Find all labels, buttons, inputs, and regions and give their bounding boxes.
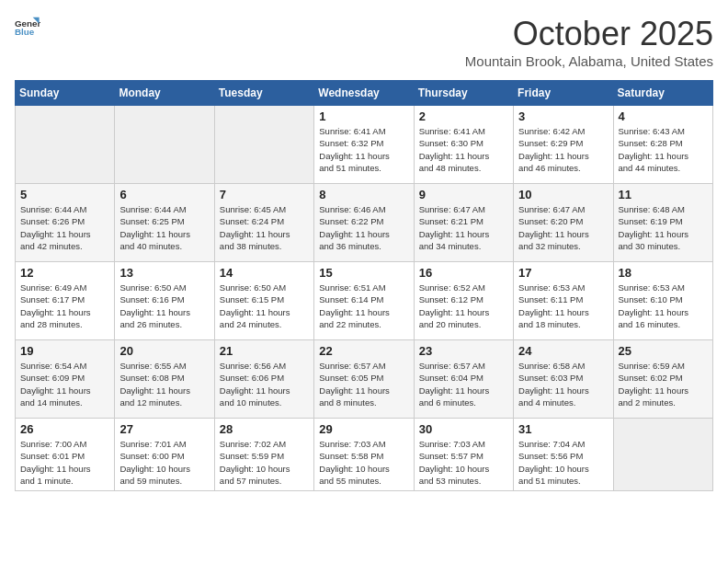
calendar-cell: 4Sunrise: 6:43 AM Sunset: 6:28 PM Daylig… [613,106,712,184]
calendar-cell: 8Sunrise: 6:46 AM Sunset: 6:22 PM Daylig… [314,184,414,262]
day-info: Sunrise: 6:45 AM Sunset: 6:24 PM Dayligh… [220,203,309,252]
day-info: Sunrise: 6:50 AM Sunset: 6:16 PM Dayligh… [119,282,209,330]
weekday-header-wednesday: Wednesday [314,81,414,106]
day-info: Sunrise: 6:52 AM Sunset: 6:12 PM Dayligh… [419,282,508,330]
day-number: 22 [319,344,408,358]
calendar-week-row-2: 5Sunrise: 6:44 AM Sunset: 6:26 PM Daylig… [16,184,713,262]
day-info: Sunrise: 6:57 AM Sunset: 6:05 PM Dayligh… [319,360,408,408]
calendar-cell: 30Sunrise: 7:03 AM Sunset: 5:57 PM Dayli… [414,419,513,491]
day-info: Sunrise: 6:57 AM Sunset: 6:04 PM Dayligh… [419,360,508,408]
day-number: 31 [518,422,608,436]
page-header: General Blue October 2025 Mountain Brook… [15,15,713,69]
day-info: Sunrise: 6:53 AM Sunset: 6:11 PM Dayligh… [518,282,608,330]
day-number: 8 [319,188,408,201]
day-number: 12 [20,266,109,280]
day-info: Sunrise: 6:42 AM Sunset: 6:29 PM Dayligh… [518,125,608,174]
calendar-cell: 18Sunrise: 6:53 AM Sunset: 6:10 PM Dayli… [613,262,712,340]
calendar-cell: 11Sunrise: 6:48 AM Sunset: 6:19 PM Dayli… [613,184,712,262]
calendar-cell [214,106,313,184]
calendar-cell: 28Sunrise: 7:02 AM Sunset: 5:59 PM Dayli… [214,419,313,491]
calendar-week-row-3: 12Sunrise: 6:49 AM Sunset: 6:17 PM Dayli… [16,262,713,340]
calendar-cell: 22Sunrise: 6:57 AM Sunset: 6:05 PM Dayli… [314,340,414,419]
calendar-week-row-4: 19Sunrise: 6:54 AM Sunset: 6:09 PM Dayli… [16,340,713,419]
weekday-header-friday: Friday [514,81,613,106]
calendar-cell: 6Sunrise: 6:44 AM Sunset: 6:25 PM Daylig… [115,184,214,262]
calendar-cell: 23Sunrise: 6:57 AM Sunset: 6:04 PM Dayli… [414,340,513,419]
calendar-table: SundayMondayTuesdayWednesdayThursdayFrid… [15,80,713,491]
logo: General Blue [15,15,40,40]
day-info: Sunrise: 7:01 AM Sunset: 6:00 PM Dayligh… [119,438,209,487]
svg-text:Blue: Blue [15,27,35,37]
day-number: 18 [619,266,708,280]
calendar-cell: 2Sunrise: 6:41 AM Sunset: 6:30 PM Daylig… [414,106,513,184]
calendar-cell: 5Sunrise: 6:44 AM Sunset: 6:26 PM Daylig… [16,184,115,262]
day-info: Sunrise: 7:03 AM Sunset: 5:57 PM Dayligh… [419,438,508,487]
day-info: Sunrise: 6:44 AM Sunset: 6:25 PM Dayligh… [119,203,209,252]
day-number: 9 [419,188,508,201]
day-number: 28 [220,422,309,436]
day-info: Sunrise: 6:41 AM Sunset: 6:32 PM Dayligh… [319,125,408,174]
day-info: Sunrise: 7:02 AM Sunset: 5:59 PM Dayligh… [220,438,309,487]
day-info: Sunrise: 7:00 AM Sunset: 6:01 PM Dayligh… [20,438,109,487]
day-info: Sunrise: 6:49 AM Sunset: 6:17 PM Dayligh… [20,282,109,330]
calendar-cell: 16Sunrise: 6:52 AM Sunset: 6:12 PM Dayli… [414,262,513,340]
weekday-header-saturday: Saturday [613,81,712,106]
day-number: 19 [20,344,109,358]
day-number: 29 [319,422,408,436]
day-number: 13 [119,266,209,280]
day-info: Sunrise: 6:53 AM Sunset: 6:10 PM Dayligh… [619,282,708,330]
day-info: Sunrise: 6:44 AM Sunset: 6:26 PM Dayligh… [20,203,109,252]
location-title: Mountain Brook, Alabama, United States [465,53,713,69]
day-info: Sunrise: 6:41 AM Sunset: 6:30 PM Dayligh… [419,125,508,174]
day-info: Sunrise: 7:03 AM Sunset: 5:58 PM Dayligh… [319,438,408,487]
day-info: Sunrise: 6:48 AM Sunset: 6:19 PM Dayligh… [619,203,708,252]
calendar-cell: 12Sunrise: 6:49 AM Sunset: 6:17 PM Dayli… [16,262,115,340]
day-number: 2 [419,109,508,123]
calendar-cell [613,419,712,491]
calendar-cell: 31Sunrise: 7:04 AM Sunset: 5:56 PM Dayli… [514,419,613,491]
logo-icon: General Blue [15,15,40,40]
calendar-cell: 29Sunrise: 7:03 AM Sunset: 5:58 PM Dayli… [314,419,414,491]
calendar-cell: 7Sunrise: 6:45 AM Sunset: 6:24 PM Daylig… [214,184,313,262]
calendar-cell: 25Sunrise: 6:59 AM Sunset: 6:02 PM Dayli… [613,340,712,419]
day-number: 3 [518,109,608,123]
day-info: Sunrise: 6:47 AM Sunset: 6:20 PM Dayligh… [518,203,608,252]
day-number: 14 [220,266,309,280]
day-number: 5 [20,188,109,201]
day-info: Sunrise: 6:58 AM Sunset: 6:03 PM Dayligh… [518,360,608,408]
title-block: October 2025 Mountain Brook, Alabama, Un… [465,15,713,69]
day-info: Sunrise: 6:47 AM Sunset: 6:21 PM Dayligh… [419,203,508,252]
calendar-cell: 9Sunrise: 6:47 AM Sunset: 6:21 PM Daylig… [414,184,513,262]
calendar-cell: 14Sunrise: 6:50 AM Sunset: 6:15 PM Dayli… [214,262,313,340]
day-number: 10 [518,188,608,201]
day-number: 30 [419,422,508,436]
calendar-cell: 1Sunrise: 6:41 AM Sunset: 6:32 PM Daylig… [314,106,414,184]
day-number: 1 [319,109,408,123]
day-number: 4 [619,109,708,123]
day-info: Sunrise: 6:46 AM Sunset: 6:22 PM Dayligh… [319,203,408,252]
day-info: Sunrise: 6:50 AM Sunset: 6:15 PM Dayligh… [220,282,309,330]
calendar-week-row-5: 26Sunrise: 7:00 AM Sunset: 6:01 PM Dayli… [16,419,713,491]
day-number: 25 [619,344,708,358]
day-number: 20 [119,344,209,358]
day-number: 27 [119,422,209,436]
day-number: 24 [518,344,608,358]
day-number: 7 [220,188,309,201]
day-number: 15 [319,266,408,280]
weekday-header-sunday: Sunday [16,81,115,106]
calendar-week-row-1: 1Sunrise: 6:41 AM Sunset: 6:32 PM Daylig… [16,106,713,184]
day-number: 26 [20,422,109,436]
calendar-cell: 20Sunrise: 6:55 AM Sunset: 6:08 PM Dayli… [115,340,214,419]
calendar-cell: 24Sunrise: 6:58 AM Sunset: 6:03 PM Dayli… [514,340,613,419]
day-number: 17 [518,266,608,280]
calendar-cell: 17Sunrise: 6:53 AM Sunset: 6:11 PM Dayli… [514,262,613,340]
calendar-cell [115,106,214,184]
day-info: Sunrise: 6:56 AM Sunset: 6:06 PM Dayligh… [220,360,309,408]
day-info: Sunrise: 7:04 AM Sunset: 5:56 PM Dayligh… [518,438,608,487]
calendar-cell [16,106,115,184]
weekday-header-tuesday: Tuesday [214,81,313,106]
month-title: October 2025 [465,15,713,53]
weekday-header-thursday: Thursday [414,81,513,106]
day-info: Sunrise: 6:43 AM Sunset: 6:28 PM Dayligh… [619,125,708,174]
calendar-cell: 15Sunrise: 6:51 AM Sunset: 6:14 PM Dayli… [314,262,414,340]
